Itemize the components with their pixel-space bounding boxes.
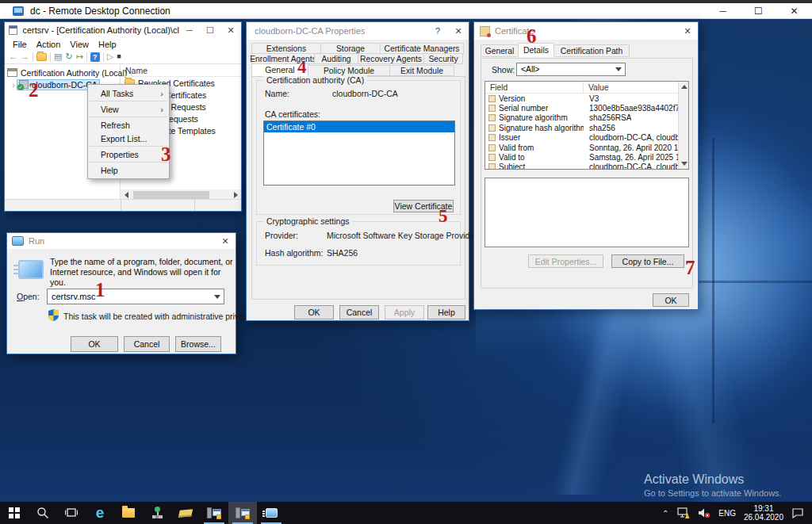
- edit-properties-button[interactable]: Edit Properties...: [528, 254, 603, 268]
- internet-explorer-icon: e: [96, 504, 105, 522]
- field-row-valid-from[interactable]: Valid fromSonntag, 26. April 2020 15:55.…: [485, 143, 688, 152]
- field-icon: [488, 144, 496, 151]
- taskbar-certificates-app[interactable]: [171, 502, 200, 524]
- menu-help[interactable]: Help: [94, 40, 121, 49]
- properties-help-button-bottom[interactable]: Help: [427, 305, 465, 319]
- field-icon: [488, 105, 496, 112]
- context-menu-export-list[interactable]: Export List...: [88, 132, 169, 145]
- properties-ok-button[interactable]: OK: [294, 305, 334, 319]
- open-combobox-value[interactable]: certsrv.msc: [48, 292, 95, 301]
- taskbar-internet-explorer[interactable]: e: [86, 502, 114, 524]
- expander-chevron-icon[interactable]: ›: [10, 80, 17, 90]
- stop-service-icon[interactable]: ■: [117, 53, 121, 60]
- rdp-maximize-button[interactable]: ☐: [741, 3, 776, 18]
- taskbar-certsrv-console-active[interactable]: [228, 502, 257, 524]
- context-menu-view[interactable]: View ›: [88, 102, 169, 116]
- tab-cert-general[interactable]: General: [481, 44, 519, 57]
- back-icon[interactable]: ←: [9, 52, 17, 61]
- taskbar-search-button[interactable]: [29, 502, 57, 524]
- scroll-up-arrow-icon[interactable]: [679, 82, 689, 92]
- certificate-close-button[interactable]: ✕: [677, 22, 698, 40]
- scrollbar-thumb[interactable]: [133, 191, 209, 199]
- combobox-dropdown-icon[interactable]: [211, 295, 224, 299]
- up-folder-icon[interactable]: [36, 53, 47, 61]
- refresh-icon[interactable]: ↻: [65, 52, 72, 61]
- help-icon[interactable]: ?: [90, 52, 100, 62]
- tab-extensions[interactable]: Extensions: [251, 43, 321, 54]
- rdp-close-button[interactable]: ✕: [776, 3, 812, 18]
- context-menu-refresh[interactable]: Refresh: [88, 118, 169, 132]
- field-icon: [488, 134, 496, 141]
- tab-security[interactable]: Security: [423, 53, 463, 64]
- network-warning-icon[interactable]: [676, 507, 690, 519]
- list-column-header-name[interactable]: Name: [121, 64, 241, 77]
- open-combobox[interactable]: certsrv.msc: [47, 289, 224, 304]
- column-value[interactable]: Value: [584, 83, 609, 92]
- field-value-preview-box[interactable]: [485, 178, 689, 247]
- tab-certification-path[interactable]: Certification Path: [553, 44, 630, 57]
- properties-help-button[interactable]: ?: [427, 22, 448, 40]
- tab-exit-module[interactable]: Exit Module: [389, 65, 454, 76]
- menu-view[interactable]: View: [65, 40, 94, 49]
- run-cancel-button[interactable]: Cancel: [124, 336, 170, 352]
- scroll-down-arrow-icon[interactable]: [679, 159, 689, 169]
- properties-list-icon[interactable]: ▤: [54, 52, 62, 61]
- tab-certificate-managers[interactable]: Certificate Managers: [380, 43, 464, 54]
- taskbar-admin-console[interactable]: [143, 502, 171, 524]
- forward-icon[interactable]: →: [21, 52, 29, 61]
- annotation-step-7: 7: [685, 257, 695, 279]
- field-row-valid-to[interactable]: Valid toSamstag, 26. April 2025 16:05...: [485, 152, 688, 162]
- taskbar-run-dialog[interactable]: [257, 502, 285, 524]
- show-combobox-value[interactable]: <All>: [517, 65, 539, 74]
- tab-auditing[interactable]: Auditing: [314, 53, 358, 64]
- language-indicator[interactable]: ENG: [718, 509, 736, 518]
- task-view-button[interactable]: [57, 502, 86, 524]
- tree-root-certification-authority[interactable]: Certification Authority (Local): [5, 67, 120, 78]
- field-row-signature-algorithm[interactable]: Signature algorithmsha256RSA: [485, 113, 688, 123]
- certificate-fields-table[interactable]: Field Value VersionV3 Serial number1300e…: [485, 81, 689, 170]
- properties-apply-button[interactable]: Apply: [385, 305, 424, 319]
- field-row-subject[interactable]: Subjectcloudborn-DC-CA, cloudborn, lab: [485, 163, 688, 170]
- tray-expand-icon[interactable]: ⌃: [662, 509, 668, 518]
- taskbar-file-explorer[interactable]: [114, 502, 143, 524]
- tab-storage[interactable]: Storage: [320, 43, 381, 54]
- taskbar-clock[interactable]: 19:31 26.04.2020: [744, 504, 783, 522]
- speaker-muted-icon[interactable]: [698, 507, 710, 518]
- field-row-version[interactable]: VersionV3: [485, 94, 688, 103]
- show-combobox[interactable]: <All>: [516, 63, 626, 76]
- field-row-signature-hash-algorithm[interactable]: Signature hash algorithmsha256: [485, 123, 688, 132]
- copy-to-file-button[interactable]: Copy to File...: [611, 254, 684, 268]
- task-view-icon: [65, 507, 78, 518]
- rdp-minimize-button[interactable]: ─: [705, 3, 741, 18]
- context-menu-help[interactable]: Help: [88, 163, 169, 177]
- tab-recovery-agents[interactable]: Recovery Agents: [358, 53, 424, 64]
- menu-action[interactable]: Action: [32, 40, 66, 49]
- combobox-dropdown-icon[interactable]: [612, 67, 625, 71]
- properties-cancel-button[interactable]: Cancel: [339, 305, 379, 319]
- mmc-maximize-button[interactable]: ☐: [200, 22, 220, 38]
- start-button[interactable]: [0, 502, 29, 524]
- taskbar-certsrv-console[interactable]: [200, 502, 228, 524]
- context-menu-properties[interactable]: Properties: [88, 147, 169, 161]
- run-close-button[interactable]: ✕: [215, 233, 236, 249]
- tab-policy-module[interactable]: Policy Module: [308, 65, 390, 76]
- properties-close-button[interactable]: ✕: [448, 22, 469, 40]
- field-row-serial-number[interactable]: Serial number1300e8b5aae938a4402f71a6...: [485, 103, 688, 113]
- start-service-icon[interactable]: ▷: [107, 52, 113, 61]
- ca-certificates-listbox[interactable]: Certificate #0: [263, 120, 455, 186]
- open-label: Open:: [17, 292, 40, 301]
- vertical-scrollbar[interactable]: [678, 82, 688, 169]
- mmc-close-button[interactable]: ✕: [220, 22, 241, 38]
- watermark-subtitle: Go to Settings to activate Windows.: [644, 488, 782, 498]
- action-center-icon[interactable]: [791, 507, 804, 519]
- certificate-ok-button[interactable]: OK: [653, 293, 689, 307]
- run-ok-button[interactable]: OK: [71, 336, 118, 352]
- menu-file[interactable]: File: [8, 40, 32, 49]
- column-field[interactable]: Field: [485, 82, 584, 93]
- certificate-0-item[interactable]: Certificate #0: [264, 121, 454, 132]
- context-menu-all-tasks[interactable]: All Tasks ›: [88, 86, 169, 100]
- export-list-icon[interactable]: ↦: [76, 52, 83, 61]
- run-browse-button[interactable]: Browse...: [175, 336, 221, 352]
- field-row-issuer[interactable]: Issuercloudborn-DC-CA, cloudborn, lab: [485, 133, 688, 143]
- mmc-minimize-button[interactable]: ─: [179, 22, 200, 38]
